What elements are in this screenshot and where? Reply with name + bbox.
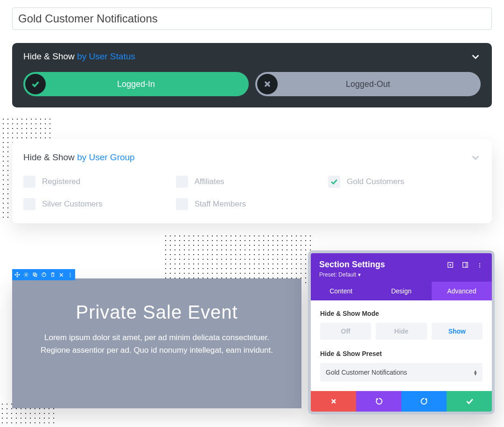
svg-rect-14	[463, 262, 468, 267]
section-settings-modal: Section Settings Preset: Default ▾ Conte…	[308, 250, 495, 414]
group-item[interactable]: Affiliates	[176, 176, 329, 188]
mode-show-button[interactable]: Show	[432, 323, 483, 340]
group-item[interactable]: Silver Customers	[23, 198, 176, 210]
status-panel-title: Hide & Show by User Status	[23, 51, 135, 62]
tab-advanced[interactable]: Advanced	[432, 282, 492, 300]
mode-hide-button[interactable]: Hide	[376, 323, 427, 340]
preset-dropdown[interactable]: Preset: Default ▾	[319, 271, 483, 278]
more-icon[interactable]	[477, 262, 483, 268]
logged-in-label: Logged-In	[23, 79, 249, 89]
checkbox[interactable]	[328, 176, 340, 188]
select-arrows-icon: ▴▾	[474, 370, 477, 375]
svg-point-13	[450, 264, 451, 265]
logged-in-pill[interactable]: Logged-In	[23, 72, 249, 96]
svg-point-17	[479, 264, 480, 265]
expand-icon[interactable]	[447, 262, 454, 268]
checkbox[interactable]	[23, 176, 35, 188]
checkbox[interactable]	[23, 198, 35, 210]
preset-title-input[interactable]	[12, 7, 492, 30]
undo-button[interactable]	[356, 391, 401, 412]
logged-out-pill[interactable]: Logged-Out	[255, 72, 481, 96]
more-icon[interactable]	[67, 272, 73, 278]
group-panel-title: Hide & Show by User Group	[23, 152, 135, 163]
checkbox[interactable]	[176, 176, 188, 188]
modal-title: Section Settings	[319, 260, 385, 270]
gear-icon[interactable]	[23, 272, 29, 278]
modal-header: Section Settings Preset: Default ▾	[311, 253, 492, 282]
preset-select[interactable]: Gold Customer Notifications ▴▾	[320, 363, 483, 382]
svg-point-16	[479, 263, 480, 264]
cancel-button[interactable]	[311, 391, 356, 412]
tab-design[interactable]: Design	[371, 282, 431, 300]
group-title-prefix: Hide & Show	[23, 152, 77, 162]
group-item-label: Affiliates	[195, 177, 224, 186]
group-item-label: Silver Customers	[42, 199, 102, 209]
group-item-label: Staff Members	[195, 199, 246, 209]
caret-down-icon: ▾	[358, 271, 361, 278]
move-icon[interactable]	[14, 272, 20, 278]
group-item-label: Gold Customers	[347, 177, 404, 186]
group-title-accent: by User Group	[77, 152, 135, 162]
group-item-label: Registered	[42, 177, 80, 186]
modal-footer	[311, 391, 492, 412]
user-status-panel: Hide & Show by User Status Logged-In Log…	[12, 43, 492, 107]
group-item[interactable]: Staff Members	[176, 198, 329, 210]
tab-content[interactable]: Content	[311, 282, 371, 300]
power-icon[interactable]	[41, 272, 47, 278]
panel-icon[interactable]	[462, 262, 469, 268]
preset-select-value: Gold Customer Notifications	[326, 369, 407, 376]
checkbox[interactable]	[176, 198, 188, 210]
group-item[interactable]: Registered	[23, 176, 176, 188]
preset-label: Preset: Default	[319, 271, 356, 278]
status-title-accent: by User Status	[77, 51, 135, 61]
user-group-panel: Hide & Show by User Group RegisteredAffi…	[12, 139, 492, 223]
chevron-down-icon[interactable]	[470, 152, 481, 163]
save-button[interactable]	[447, 391, 492, 412]
hero-heading: Private Sale Event	[31, 302, 283, 323]
svg-point-11	[70, 276, 71, 277]
svg-point-18	[479, 266, 480, 267]
close-icon[interactable]	[58, 272, 64, 278]
module-toolbar	[12, 269, 75, 280]
connector-arrow	[238, 122, 264, 139]
modal-tabs: Content Design Advanced	[311, 282, 492, 300]
group-item[interactable]: Gold Customers	[328, 176, 481, 188]
hero-section: Private Sale Event Lorem ipsum dolor sit…	[12, 278, 301, 408]
mode-off-button[interactable]: Off	[320, 323, 371, 340]
hero-body: Lorem ipsum dolor sit amet, per ad minim…	[31, 331, 283, 356]
duplicate-icon[interactable]	[32, 272, 38, 278]
chevron-down-icon[interactable]	[470, 51, 481, 62]
svg-point-2	[25, 274, 27, 275]
preset-field-label: Hide & Show Preset	[320, 350, 483, 357]
status-title-prefix: Hide & Show	[23, 51, 77, 61]
svg-point-10	[70, 274, 71, 275]
redo-button[interactable]	[401, 391, 447, 412]
decorative-dots	[163, 234, 313, 285]
mode-field-label: Hide & Show Mode	[320, 310, 483, 317]
trash-icon[interactable]	[49, 272, 56, 278]
logged-out-label: Logged-Out	[255, 79, 481, 89]
svg-point-9	[70, 273, 71, 274]
